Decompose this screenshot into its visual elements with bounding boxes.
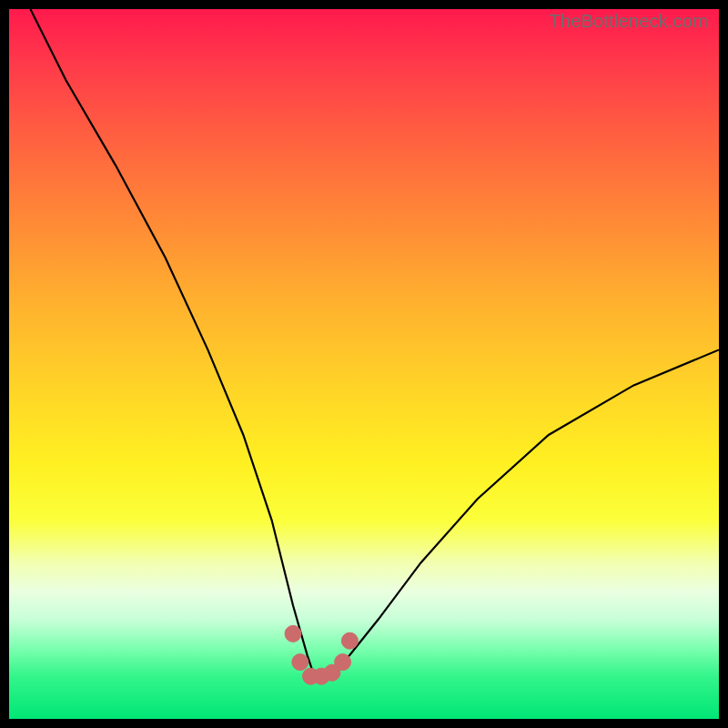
- optimal-marker: [335, 654, 351, 671]
- bottleneck-curve-svg: [9, 9, 719, 719]
- watermark-text: TheBottleneck.com: [549, 11, 708, 32]
- curve-line: [30, 9, 719, 676]
- optimal-marker: [341, 632, 358, 649]
- optimal-marker: [292, 654, 308, 671]
- bottleneck-curve: [30, 9, 719, 676]
- optimal-range-markers: [285, 625, 358, 684]
- chart-frame: TheBottleneck.com: [0, 0, 728, 728]
- optimal-marker: [285, 625, 301, 642]
- plot-area: TheBottleneck.com: [9, 9, 719, 719]
